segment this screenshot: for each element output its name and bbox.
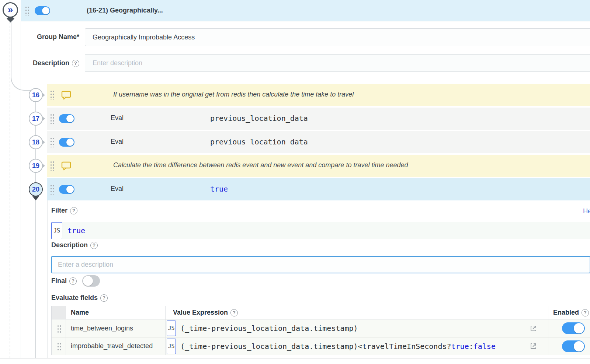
help-icon[interactable]: ? — [582, 309, 589, 316]
selected-badge-pointer — [32, 196, 39, 200]
row-drag-cell[interactable] — [52, 337, 66, 355]
chevrons-right-icon: » — [3, 2, 18, 18]
help-icon[interactable]: ? — [90, 242, 98, 249]
final-setting-row: Final ? — [51, 275, 100, 287]
function-number-badge-16[interactable]: 16 — [29, 88, 43, 102]
field-enabled-toggle[interactable] — [562, 340, 585, 352]
help-icon[interactable]: ? — [70, 207, 77, 214]
drag-handle-icon[interactable] — [49, 184, 54, 195]
value-expression-text: (_time-previous_location_data.timestamp) — [180, 324, 358, 333]
comment-icon — [61, 161, 72, 171]
function-type-label: Eval — [111, 138, 124, 146]
function-summary-expression: previous_location_data — [210, 114, 308, 123]
group-header-bar[interactable]: (16-21) Geographically... — [21, 0, 590, 21]
value-expression-cell[interactable]: JS (_time-previous_location_data.timesta… — [166, 337, 548, 355]
badge-pointer — [42, 164, 45, 168]
final-label: Final — [51, 277, 67, 285]
drag-handle-icon[interactable] — [56, 324, 61, 333]
function-summary-expression: previous_location_data — [210, 137, 308, 146]
function-enable-toggle[interactable] — [59, 185, 74, 194]
drag-handle-icon[interactable] — [49, 160, 54, 171]
comment-text: If username was in the original get from… — [113, 91, 354, 98]
help-link[interactable]: Help — [583, 207, 590, 215]
description-label: Description ? — [51, 241, 98, 249]
name-column-header: Name — [66, 306, 166, 319]
collapse-group-pin[interactable]: » — [2, 2, 18, 22]
drag-column-header — [52, 306, 66, 319]
function-row-17[interactable]: Eval previous_location_data — [47, 108, 590, 130]
function-number-badge-20[interactable]: 20 — [29, 182, 43, 196]
function-row-18[interactable]: Eval previous_location_data — [47, 131, 590, 153]
table-row: time_between_logins JS (_time-previous_l… — [52, 319, 590, 337]
group-description-input[interactable] — [85, 54, 590, 72]
enabled-cell — [548, 337, 590, 355]
value-expression-column-header: Value Expression ? — [166, 306, 548, 319]
help-icon[interactable]: ? — [72, 60, 79, 67]
function-connector-line — [35, 91, 36, 358]
function-description-input[interactable] — [51, 256, 590, 273]
js-language-badge: JS — [167, 339, 176, 354]
group-enable-toggle[interactable] — [35, 6, 50, 15]
filter-label: Filter ? — [51, 207, 77, 214]
expand-editor-icon[interactable] — [529, 342, 538, 350]
badge-pointer — [42, 140, 45, 144]
help-icon[interactable]: ? — [69, 277, 77, 285]
filter-expression-value-area[interactable]: true — [62, 222, 590, 239]
function-type-label: Eval — [111, 114, 124, 122]
drag-handle-icon[interactable] — [49, 90, 54, 100]
function-row-19[interactable]: Calculate the time difference between re… — [47, 155, 590, 177]
value-expression-cell[interactable]: JS (_time-previous_location_data.timesta… — [166, 319, 548, 337]
comment-icon — [61, 90, 72, 100]
enabled-column-header: Enabled ? — [548, 306, 590, 319]
table-header-row: Name Value Expression ? Enabled ? — [52, 306, 590, 319]
evaluate-fields-label: Evaluate fields ? — [51, 294, 108, 302]
js-language-badge: JS — [51, 222, 62, 239]
function-enable-toggle[interactable] — [59, 114, 74, 123]
pipeline-editor: » (16-21) Geographically... Group Name* … — [0, 0, 590, 364]
drag-handle-icon[interactable] — [56, 342, 61, 350]
row-drag-cell[interactable] — [52, 319, 66, 337]
comment-text: Calculate the time difference between re… — [113, 161, 408, 169]
js-language-badge: JS — [167, 321, 176, 336]
field-name-cell[interactable]: time_between_logins — [66, 319, 166, 337]
filter-expression-value: true — [67, 226, 85, 235]
drag-handle-icon[interactable] — [49, 137, 54, 147]
group-title: (16-21) Geographically... — [87, 7, 163, 14]
enabled-cell — [548, 319, 590, 337]
function-detail-panel: Filter ? Help JS true Description ? Fina… — [47, 200, 590, 358]
field-name-cell[interactable]: improbable_travel_detected — [66, 337, 166, 355]
function-summary-expression: true — [210, 185, 228, 193]
final-toggle[interactable] — [82, 275, 100, 287]
help-icon[interactable]: ? — [100, 294, 108, 302]
group-connector-line — [11, 20, 36, 91]
function-row-16[interactable]: If username was in the original get from… — [47, 84, 590, 106]
function-number-badge-19[interactable]: 19 — [29, 159, 43, 173]
help-icon[interactable]: ? — [230, 309, 238, 316]
group-name-input[interactable] — [85, 28, 590, 46]
badge-pointer — [42, 116, 45, 121]
field-enabled-toggle[interactable] — [562, 322, 585, 334]
function-type-label: Eval — [111, 185, 124, 193]
filter-expression-input[interactable]: JS true — [51, 222, 590, 239]
function-row-20[interactable]: Eval true — [47, 178, 590, 200]
badge-pointer — [42, 93, 45, 97]
drag-handle-icon[interactable] — [49, 113, 54, 124]
expand-editor-icon[interactable] — [529, 324, 538, 333]
function-enable-toggle[interactable] — [59, 138, 74, 147]
drag-handle-icon[interactable] — [24, 6, 29, 16]
pipeline-rail-dashed-line — [10, 0, 10, 358]
value-expression-text: (_time-previous_location_data.timestamp)… — [180, 342, 496, 351]
table-row: improbable_travel_detected JS (_time-pre… — [52, 337, 590, 355]
function-number-badge-18[interactable]: 18 — [29, 135, 43, 149]
panel-bottom-border — [0, 358, 590, 358]
evaluate-fields-table: Name Value Expression ? Enabled ? — [51, 306, 590, 355]
function-number-badge-17[interactable]: 17 — [29, 112, 43, 126]
